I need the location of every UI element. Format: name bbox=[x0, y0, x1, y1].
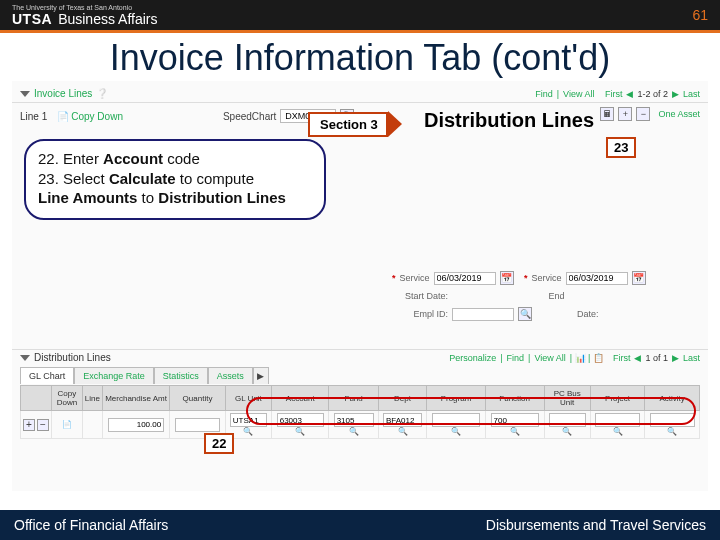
calendar-icon[interactable]: 📅 bbox=[632, 271, 646, 285]
delete-line-button[interactable]: − bbox=[636, 107, 650, 121]
lookup-icon[interactable]: 🔍 bbox=[518, 307, 532, 321]
tab-gl-chart[interactable]: GL Chart bbox=[20, 367, 74, 384]
dist-find-link[interactable]: Find bbox=[507, 353, 525, 363]
collapse-icon[interactable] bbox=[20, 355, 30, 361]
invoice-lines-header: Invoice Lines ❔ Find | View All First ◀ … bbox=[12, 85, 708, 103]
section-3-pointer: Section 3 bbox=[308, 111, 402, 137]
calculate-button[interactable]: 🖩 bbox=[600, 107, 614, 121]
section-3-label: Section 3 bbox=[308, 112, 388, 137]
first-link[interactable]: First bbox=[605, 89, 623, 99]
empl-input[interactable] bbox=[452, 308, 514, 321]
lookup-icon[interactable]: 🔍 bbox=[243, 427, 253, 436]
utsa-logo-text: UTSA bbox=[12, 11, 52, 27]
viewall-link[interactable]: View All bbox=[563, 89, 594, 99]
invoice-lines-label: Invoice Lines bbox=[34, 88, 92, 99]
instruction-callout: 22. Enter Account code 23. Select Calcul… bbox=[24, 139, 326, 220]
qty-input[interactable] bbox=[175, 418, 220, 432]
row-highlight-annotation bbox=[246, 397, 696, 425]
dist-viewall-link[interactable]: View All bbox=[534, 353, 565, 363]
collapse-icon[interactable] bbox=[20, 91, 30, 97]
tab-statistics[interactable]: Statistics bbox=[154, 367, 208, 384]
speedchart-label: SpeedChart bbox=[223, 111, 276, 122]
line-value: 1 bbox=[42, 111, 48, 122]
service-label: Service bbox=[400, 273, 430, 283]
lookup-icon[interactable]: 🔍 bbox=[613, 427, 623, 436]
dist-count: 1 of 1 bbox=[645, 353, 668, 363]
row-delete-button[interactable]: − bbox=[37, 419, 49, 431]
lookup-icon[interactable]: 🔍 bbox=[562, 427, 572, 436]
business-affairs-text: Business Affairs bbox=[58, 11, 157, 27]
lookup-icon[interactable]: 🔍 bbox=[451, 427, 461, 436]
col-copy-down[interactable]: Copy Down bbox=[52, 386, 83, 411]
empl-label: Empl ID: bbox=[392, 309, 448, 319]
distribution-lines-heading: Distribution Lines bbox=[424, 109, 594, 132]
lookup-icon[interactable]: 🔍 bbox=[295, 427, 305, 436]
footer-bar: Office of Financial Affairs Disbursement… bbox=[0, 510, 720, 540]
slide-number: 61 bbox=[692, 7, 708, 23]
copy-down-icon[interactable]: 📄 bbox=[62, 420, 72, 429]
screenshot-stage: Invoice Lines ❔ Find | View All First ◀ … bbox=[12, 81, 708, 491]
header-bar: The University of Texas at San Antonio U… bbox=[0, 0, 720, 30]
end-label: End bbox=[509, 291, 565, 301]
personalize-link[interactable]: Personalize bbox=[449, 353, 496, 363]
footer-left: Office of Financial Affairs bbox=[14, 517, 168, 533]
distribution-lines-bar: Distribution Lines Personalize | Find | … bbox=[12, 349, 708, 365]
prev-icon[interactable]: ◀ bbox=[626, 89, 633, 99]
expand-tabs-icon[interactable]: ▶ bbox=[253, 367, 269, 384]
col-qty[interactable]: Quantity bbox=[170, 386, 225, 411]
last-link[interactable]: Last bbox=[683, 89, 700, 99]
date-label: Date: bbox=[543, 309, 599, 319]
lookup-icon[interactable]: 🔍 bbox=[398, 427, 408, 436]
row-add-button[interactable]: + bbox=[23, 419, 35, 431]
dist-next-icon[interactable]: ▶ bbox=[672, 353, 679, 363]
add-line-button[interactable]: + bbox=[618, 107, 632, 121]
distribution-tabs: GL Chart Exchange Rate Statistics Assets… bbox=[20, 367, 269, 384]
footer-right: Disbursements and Travel Services bbox=[486, 517, 706, 533]
next-icon[interactable]: ▶ bbox=[672, 89, 679, 99]
line-label: Line bbox=[20, 111, 39, 122]
tab-assets[interactable]: Assets bbox=[208, 367, 253, 384]
one-asset-link[interactable]: One Asset bbox=[658, 107, 700, 121]
marker-23: 23 bbox=[606, 137, 636, 158]
col-merch[interactable]: Merchandise Amt bbox=[102, 386, 169, 411]
service-block: *Service📅 *Service📅 Start Date: End Empl… bbox=[392, 271, 646, 327]
marker-22: 22 bbox=[204, 433, 234, 454]
dist-first[interactable]: First bbox=[613, 353, 631, 363]
dist-prev-icon[interactable]: ◀ bbox=[634, 353, 641, 363]
find-link[interactable]: Find bbox=[535, 89, 553, 99]
calendar-icon[interactable]: 📅 bbox=[500, 271, 514, 285]
lookup-icon[interactable]: 🔍 bbox=[510, 427, 520, 436]
dist-last[interactable]: Last bbox=[683, 353, 700, 363]
lookup-icon[interactable]: 🔍 bbox=[667, 427, 677, 436]
service-date2[interactable] bbox=[566, 272, 628, 285]
copy-down-link[interactable]: 📄Copy Down bbox=[57, 111, 123, 122]
row-count: 1-2 of 2 bbox=[637, 89, 668, 99]
col-line[interactable]: Line bbox=[82, 386, 102, 411]
header-subtitle: The University of Texas at San Antonio bbox=[12, 4, 157, 11]
lookup-icon[interactable]: 🔍 bbox=[349, 427, 359, 436]
tab-exchange-rate[interactable]: Exchange Rate bbox=[74, 367, 154, 384]
start-date-label: Start Date: bbox=[392, 291, 448, 301]
merch-input[interactable] bbox=[108, 418, 164, 432]
distribution-lines-label: Distribution Lines bbox=[34, 352, 111, 363]
page-title: Invoice Information Tab (cont'd) bbox=[0, 33, 720, 81]
help-icon[interactable]: ❔ bbox=[96, 88, 108, 99]
service-date1[interactable] bbox=[434, 272, 496, 285]
